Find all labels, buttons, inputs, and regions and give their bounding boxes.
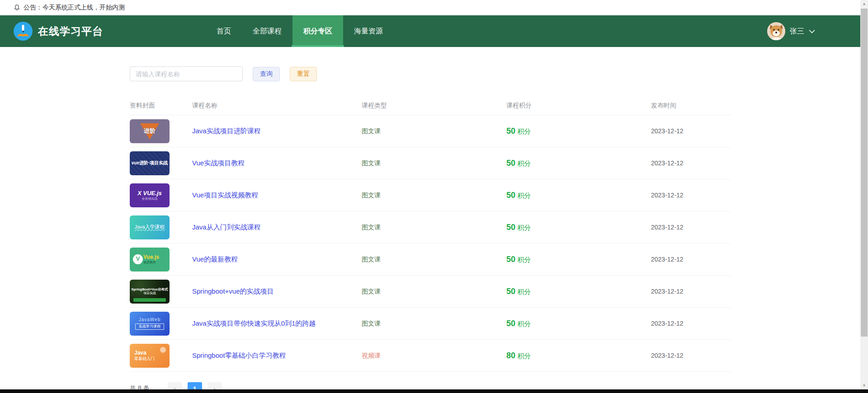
cover-text: JavaWeb <box>139 317 161 323</box>
brand[interactable]: 在线学习平台 <box>14 22 103 41</box>
table-row: SpringBoot+Vue分布式项目实战Springboot+vue的实战项目… <box>130 276 731 308</box>
course-points: 50 积分 <box>506 287 651 296</box>
scrollbar-thumb[interactable] <box>861 9 868 337</box>
course-name-link[interactable]: Vue项目实战视频教程 <box>192 191 258 199</box>
course-type: 图文课 <box>362 159 381 167</box>
course-cover[interactable]: 进阶 <box>130 119 170 143</box>
course-type: 视频课 <box>362 352 381 359</box>
scroll-down-icon[interactable]: ▼ <box>860 382 868 389</box>
course-cover[interactable]: Vue.js最新教程 <box>130 248 170 271</box>
header-date: 发布时间 <box>651 102 731 110</box>
nav-menu: 首页全部课程积分专区海量资源 <box>206 15 394 47</box>
course-points: 50 积分 <box>506 255 651 264</box>
dog-avatar-image <box>767 22 785 40</box>
course-cover[interactable]: Java入学课程 <box>130 215 170 239</box>
course-cover[interactable]: JavaWeb实战学习课程 <box>130 312 170 336</box>
window-bottom-edge <box>0 389 868 393</box>
nav-item-1[interactable]: 全部课程 <box>242 15 292 47</box>
cover-text: Java <box>134 350 146 356</box>
course-cover[interactable]: Java零基础入门 <box>130 344 170 368</box>
header-points: 课程积分 <box>506 102 651 110</box>
course-type: 图文课 <box>362 320 381 327</box>
course-date: 2023-12-12 <box>651 352 731 359</box>
course-points: 50 积分 <box>506 191 651 200</box>
cover-text: 零基础入门 <box>134 356 155 361</box>
course-date: 2023-12-12 <box>651 288 731 295</box>
main-content: 查询 重置 资料封面 课程名称 课程类型 课程积分 发布时间 进阶Java实战项… <box>130 47 731 372</box>
course-points: 50 积分 <box>506 319 651 328</box>
course-cover[interactable]: SpringBoot+Vue分布式项目实战 <box>130 280 170 304</box>
course-name-link[interactable]: Java从入门到实战课程 <box>192 223 261 231</box>
course-type: 图文课 <box>362 224 381 231</box>
cover-text: 进阶 <box>144 127 156 135</box>
brand-title: 在线学习平台 <box>38 24 103 38</box>
header-name: 课程名称 <box>192 102 362 110</box>
header-cover: 资料封面 <box>130 102 192 110</box>
course-type: 图文课 <box>362 256 381 263</box>
search-row: 查询 重置 <box>130 66 731 81</box>
course-name-link[interactable]: Java实战项目进阶课程 <box>192 127 261 135</box>
cover-text: Vue.js <box>143 254 159 261</box>
reset-button[interactable]: 重置 <box>290 67 317 81</box>
table-row: Vue.js最新教程Vue的最新教程图文课50 积分2023-12-12 <box>130 243 731 276</box>
course-date: 2023-12-12 <box>651 159 731 167</box>
course-points: 50 积分 <box>506 126 651 136</box>
course-table-header: 资料封面 课程名称 课程类型 课程积分 发布时间 <box>130 96 731 115</box>
scroll-up-icon[interactable]: ▲ <box>860 0 868 8</box>
course-date: 2023-12-12 <box>651 127 731 135</box>
table-row: JavaWeb实战学习课程Java实战项目带你快速实现从0到1的跨越图文课50 … <box>130 308 731 340</box>
vertical-scrollbar[interactable]: ▲ ▼ <box>860 0 868 389</box>
nav-item-2[interactable]: 积分专区 <box>292 15 343 47</box>
cover-text: Java入学课程 <box>134 224 165 230</box>
course-search-input[interactable] <box>130 66 243 81</box>
course-date: 2023-12-12 <box>651 224 731 231</box>
announcement-bar: 公告：今天系统正式上线，开始内测 <box>0 0 860 15</box>
course-points: 50 积分 <box>506 223 651 232</box>
nav-item-3[interactable]: 海量资源 <box>343 15 394 47</box>
bell-icon <box>14 4 20 11</box>
course-date: 2023-12-12 <box>651 192 731 199</box>
platform-logo-icon <box>14 22 33 41</box>
cover-text: 最新教程 <box>143 261 156 265</box>
course-name-link[interactable]: Vue的最新教程 <box>192 255 238 263</box>
course-table: 资料封面 课程名称 课程类型 课程积分 发布时间 进阶Java实战项目进阶课程图… <box>130 96 731 372</box>
cover-text: 全家桶实战 <box>142 197 158 201</box>
course-name-link[interactable]: Vue实战项目教程 <box>192 159 245 167</box>
course-cover[interactable]: X VUE.js全家桶实战 <box>130 183 170 207</box>
course-cover[interactable]: vue进阶·项目实战 <box>130 151 170 175</box>
course-type: 图文课 <box>362 127 381 135</box>
announcement-text: 公告：今天系统正式上线，开始内测 <box>24 4 125 12</box>
chevron-down-icon <box>809 29 815 33</box>
table-row: X VUE.js全家桶实战Vue项目实战视频教程图文课50 积分2023-12-… <box>130 179 731 211</box>
main-navbar: 在线学习平台 首页全部课程积分专区海量资源 张三 <box>0 15 860 47</box>
table-row: Java零基础入门Springboot零基础小白学习教程视频课80 积分2023… <box>130 340 731 372</box>
header-type: 课程类型 <box>362 102 506 110</box>
course-name-link[interactable]: Springboot+vue的实战项目 <box>192 287 274 295</box>
course-points: 80 积分 <box>506 351 651 360</box>
nav-item-0[interactable]: 首页 <box>206 15 242 47</box>
user-menu[interactable]: 张三 <box>767 15 815 47</box>
course-type: 图文课 <box>362 288 381 295</box>
cover-text: 项目实战 <box>143 291 156 295</box>
course-type: 图文课 <box>362 192 381 199</box>
user-avatar <box>767 22 785 40</box>
table-row: 进阶Java实战项目进阶课程图文课50 积分2023-12-12 <box>130 115 731 147</box>
course-date: 2023-12-12 <box>651 320 731 327</box>
table-row: vue进阶·项目实战Vue实战项目教程图文课50 积分2023-12-12 <box>130 147 731 179</box>
course-points: 50 积分 <box>506 159 651 168</box>
table-row: Java入学课程Java从入门到实战课程图文课50 积分2023-12-12 <box>130 211 731 243</box>
course-table-body: 进阶Java实战项目进阶课程图文课50 积分2023-12-12vue进阶·项目… <box>130 115 731 372</box>
course-date: 2023-12-12 <box>651 256 731 263</box>
cover-text: 实战学习课程 <box>135 323 164 330</box>
cover-text: SpringBoot+Vue分布式 <box>131 287 168 291</box>
user-name: 张三 <box>790 27 804 36</box>
query-button[interactable]: 查询 <box>253 67 280 81</box>
cover-text: X VUE.js <box>137 190 161 197</box>
course-name-link[interactable]: Java实战项目带你快速实现从0到1的跨越 <box>192 319 316 327</box>
course-name-link[interactable]: Springboot零基础小白学习教程 <box>192 351 286 359</box>
cover-text: vue进阶·项目实战 <box>132 160 168 166</box>
